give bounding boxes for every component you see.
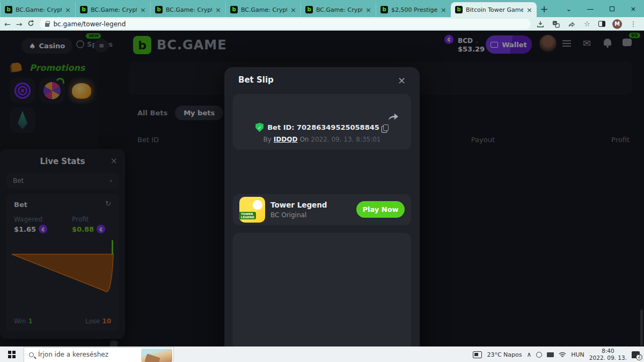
notification-count: 2 <box>636 354 642 360</box>
restore-button[interactable] <box>601 0 623 17</box>
tower-grid-card <box>233 233 411 346</box>
window-controls: ⌄ — × <box>558 0 644 17</box>
toolbar-icons: a ☆ M ⋮ <box>536 19 640 29</box>
tray-device-icon[interactable] <box>547 352 554 357</box>
site-favicon-icon: b <box>155 6 163 13</box>
browser-tab[interactable]: bBC.Game: Crypto Casi× <box>225 2 301 17</box>
share-icon[interactable] <box>567 20 576 28</box>
game-art <box>253 200 262 210</box>
game-provider: BC Original <box>270 211 306 219</box>
browser-toolbar: ← → bc.game/tower-legend a ☆ M ⋮ <box>0 17 644 31</box>
site-favicon-icon: b <box>230 6 238 13</box>
site-favicon-icon: b <box>80 6 87 13</box>
bet-datetime: 2022. 09. 13. 8:35:01 <box>311 136 380 143</box>
download-icon[interactable] <box>536 20 545 28</box>
wifi-icon[interactable] <box>559 352 566 358</box>
tab-close-icon[interactable]: × <box>215 6 221 13</box>
weather-text[interactable]: 23°C Napos <box>487 351 522 358</box>
tab-title: Bitcoin Tower Game - <box>466 6 523 13</box>
modal-close-icon[interactable]: × <box>398 75 406 86</box>
forward-button[interactable]: → <box>16 20 23 28</box>
by-label: By <box>263 136 271 143</box>
tab-close-icon[interactable]: × <box>441 6 447 13</box>
reload-button[interactable] <box>27 20 34 28</box>
bet-id-label: Bet ID: <box>267 123 294 131</box>
bookmark-star-icon[interactable]: ☆ <box>583 20 591 28</box>
tab-close-icon[interactable]: × <box>365 6 371 13</box>
bet-id-value: 70286349525058845 <box>297 123 379 131</box>
tower-legend-thumbnail[interactable]: TOWERLEGEND <box>239 197 265 223</box>
tab-title: BC.Game: Crypto Casi <box>166 6 212 13</box>
game-card: TOWERLEGEND Tower Legend BC Original Pla… <box>233 194 411 225</box>
address-bar[interactable]: bc.game/tower-legend <box>40 19 531 29</box>
side-panel-icon[interactable] <box>598 21 605 27</box>
browser-tab[interactable]: bBC.Game: Crypto Casi× <box>150 2 225 17</box>
new-tab-button[interactable]: + <box>537 2 552 17</box>
close-window-button[interactable]: × <box>623 0 644 17</box>
back-button[interactable]: ← <box>4 20 11 28</box>
tab-close-icon[interactable]: × <box>526 6 532 13</box>
taskbar-search[interactable]: Írjon ide a kereséshez <box>24 347 174 362</box>
start-button[interactable] <box>0 347 24 362</box>
tab-title: BC.Game: Crypto Casi <box>16 6 62 13</box>
bet-slip-modal: Bet Slip × ✓ Bet ID: 70286349525058845 B… <box>224 67 420 346</box>
lock-icon <box>45 23 49 27</box>
browser-profile-avatar[interactable]: M <box>612 19 622 29</box>
news-widget-icon[interactable] <box>473 351 482 358</box>
tabs-container: bBC.Game: Crypto Casi×bBC.Game: Crypto C… <box>0 2 537 17</box>
tab-search-icon[interactable]: ⌄ <box>558 0 580 17</box>
action-center-icon[interactable]: 2 <box>632 351 640 358</box>
search-placeholder: Írjon ide a kereséshez <box>38 351 108 358</box>
verified-shield-icon: ✓ <box>255 123 264 132</box>
copy-icon[interactable] <box>383 124 389 131</box>
tab-close-icon[interactable]: × <box>140 6 146 13</box>
modal-header: Bet Slip × <box>224 67 420 93</box>
site-favicon-icon: b <box>305 6 313 13</box>
clock[interactable]: 8:40 2022. 09. 13. <box>589 348 627 361</box>
browser-tab[interactable]: bBC.Game: Crypto Casi× <box>301 2 376 17</box>
browser-tab[interactable]: bBC.Game: Crypto Casi× <box>75 2 150 17</box>
url-text: bc.game/tower-legend <box>53 20 126 28</box>
tray-time: 8:40 <box>602 348 614 354</box>
language-indicator[interactable]: HUN <box>571 351 584 358</box>
tab-title: BC.Game: Crypto Casi <box>91 6 137 13</box>
modal-title: Bet Slip <box>238 75 274 85</box>
browser-tab[interactable]: bBC.Game: Crypto Casi× <box>0 2 75 17</box>
onedrive-icon[interactable] <box>536 352 542 358</box>
on-label: On <box>299 136 309 143</box>
tray-date: 2022. 09. 13. <box>589 354 627 361</box>
share-bet-icon[interactable] <box>387 111 399 123</box>
game-badge: TOWERLEGEND <box>239 212 256 219</box>
tab-title: $2,500 Prestige Towe <box>391 6 437 13</box>
search-highlight-image[interactable] <box>141 349 172 362</box>
browser-tab[interactable]: bBitcoin Tower Game -× <box>451 2 537 17</box>
tab-close-icon[interactable]: × <box>290 6 296 13</box>
screen: bBC.Game: Crypto Casi×bBC.Game: Crypto C… <box>0 0 644 362</box>
site-favicon-icon: b <box>5 6 12 13</box>
tab-title: BC.Game: Crypto Casi <box>316 6 362 13</box>
system-tray: 23°C Napos ∧ HUN 8:40 2022. 09. 13. 2 <box>473 348 644 361</box>
page: ♠ Casino Sports NEW ≡ b BC.GAME ¢ BCD⌄ $… <box>0 31 644 346</box>
search-icon <box>29 352 34 357</box>
translate-icon[interactable]: a <box>552 20 560 28</box>
game-title: Tower Legend <box>270 201 327 209</box>
tab-close-icon[interactable]: × <box>65 6 71 13</box>
site-favicon-icon: b <box>455 6 463 13</box>
taskbar: Írjon ide a kereséshez 23°C Napos ∧ HUN … <box>0 346 644 362</box>
browser-tab-strip: bBC.Game: Crypto Casi×bBC.Game: Crypto C… <box>0 0 644 17</box>
browser-menu-icon[interactable]: ⋮ <box>629 20 638 28</box>
bet-byline: ByIDDQDOn 2022. 09. 13. 8:35:01 <box>233 136 411 143</box>
tray-expand-icon[interactable]: ∧ <box>527 351 532 358</box>
play-now-button[interactable]: Play Now <box>356 201 405 218</box>
username-link[interactable]: IDDQD <box>274 136 298 143</box>
windows-logo-icon <box>8 351 16 358</box>
tab-title: BC.Game: Crypto Casi <box>241 6 287 13</box>
minimize-button[interactable]: — <box>580 0 601 17</box>
browser-tab[interactable]: b$2,500 Prestige Towe× <box>376 2 451 17</box>
bet-id-line: ✓ Bet ID: 70286349525058845 <box>233 123 411 132</box>
bet-info-card: ✓ Bet ID: 70286349525058845 ByIDDQDOn 20… <box>233 94 411 150</box>
site-favicon-icon: b <box>380 6 388 13</box>
